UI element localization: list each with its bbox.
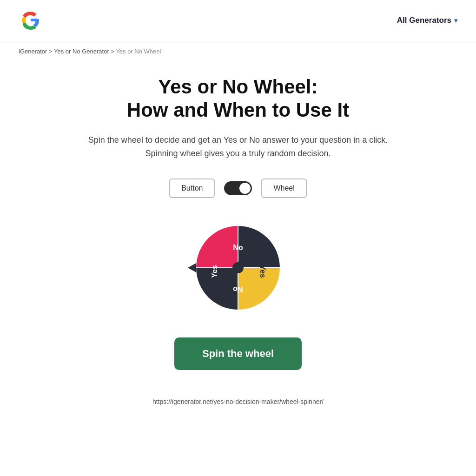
page-description: Spin the wheel to decide and get an Yes … (75, 133, 401, 160)
svg-point-5 (232, 262, 244, 273)
svg-text:Yes: Yes (211, 265, 218, 278)
spin-wheel: No Yes No Yes (192, 221, 284, 314)
main-content: Yes or No Wheel: How and When to Use It … (0, 61, 476, 433)
svg-rect-2 (31, 19, 37, 21)
breadcrumb-item-yes-no[interactable]: Yes or No Generator (54, 48, 109, 55)
breadcrumb: iGenerator > Yes or No Generator > Yes o… (0, 41, 476, 61)
all-generators-menu[interactable]: All Generators ▾ (397, 16, 457, 25)
mode-toggle-row: Button Wheel (169, 178, 307, 198)
breadcrumb-separator2: > (111, 48, 116, 55)
svg-text:Yes: Yes (259, 265, 267, 278)
chevron-down-icon: ▾ (454, 17, 457, 24)
site-header: All Generators ▾ (0, 0, 476, 41)
breadcrumb-item-igenerator[interactable]: iGenerator (19, 48, 47, 55)
wheel-pointer (188, 263, 196, 272)
svg-text:No: No (233, 285, 243, 293)
wheel-mode-option[interactable]: Wheel (261, 178, 306, 198)
site-url: https://igenerator.net/yes-no-decision-m… (152, 398, 324, 405)
svg-text:No: No (233, 244, 243, 251)
breadcrumb-item-current: Yes or No Wheel (116, 48, 161, 55)
page-title: Yes or No Wheel: How and When to Use It (127, 75, 349, 122)
spin-button[interactable]: Spin the wheel (174, 337, 302, 370)
wheel-svg: No Yes No Yes (192, 221, 284, 314)
breadcrumb-separator: > (49, 48, 54, 55)
all-generators-label: All Generators (397, 16, 451, 25)
mode-toggle-switch[interactable] (224, 181, 252, 195)
google-logo-icon (19, 8, 43, 33)
toggle-knob (239, 183, 251, 194)
button-mode-option[interactable]: Button (169, 178, 215, 198)
